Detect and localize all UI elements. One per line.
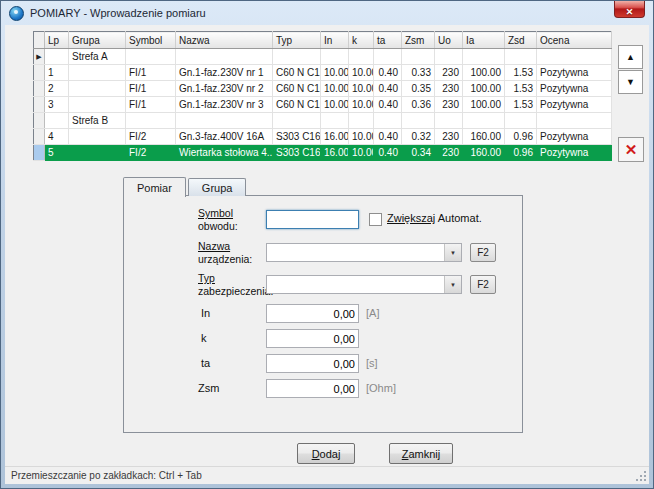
k-input[interactable]	[266, 329, 359, 348]
zwiekszaj-automat-checkbox[interactable]	[369, 213, 382, 226]
tab-pomiar[interactable]: Pomiar	[123, 177, 186, 197]
grid-cell[interactable]: 4	[45, 129, 69, 145]
grid-cell[interactable]: FI/2	[126, 129, 176, 145]
resize-grip[interactable]	[634, 469, 646, 481]
grid-cell[interactable]: 3	[45, 97, 69, 113]
grid-cell[interactable]: 16.00	[321, 129, 349, 145]
grid-cell[interactable]: Gn.1-faz.230V nr 1	[176, 65, 273, 81]
grid-cell[interactable]: 0.40	[374, 145, 402, 161]
grid-row[interactable]: Strefa B	[34, 113, 612, 129]
grid-column-ocena[interactable]: Ocena	[537, 32, 612, 49]
grid-cell[interactable]	[69, 65, 126, 81]
grid-cell[interactable]: S303 C16	[273, 129, 321, 145]
grid-cell[interactable]	[349, 113, 374, 129]
grid-cell[interactable]: Wiertarka stołowa 4...	[176, 145, 273, 161]
grid-row[interactable]: 4FI/2Gn.3-faz.400V 16AS303 C1616.0010.00…	[34, 129, 612, 145]
zsm-input[interactable]	[266, 379, 359, 398]
grid-cell[interactable]	[69, 145, 126, 161]
grid-cell[interactable]: 1.53	[505, 65, 537, 81]
grid-column-grupa[interactable]: Grupa	[69, 32, 126, 49]
grid-cell[interactable]: 10.00	[349, 129, 374, 145]
nazwa-f2-button[interactable]: F2	[470, 243, 496, 262]
nazwa-urzadzenia-combobox[interactable]: ▼	[266, 243, 462, 262]
grid-cell[interactable]: 0.34	[402, 145, 435, 161]
nazwa-dropdown-button[interactable]: ▼	[444, 244, 461, 261]
grid-cell[interactable]: 2	[45, 81, 69, 97]
grid-cell[interactable]: 0.40	[374, 129, 402, 145]
grid-cell[interactable]	[273, 113, 321, 129]
grid-cell[interactable]	[45, 49, 69, 65]
grid-cell[interactable]	[435, 49, 463, 65]
grid-cell[interactable]	[402, 49, 435, 65]
grid-row[interactable]: 3FI/1Gn.1-faz.230V nr 3C60 N C1010.0010.…	[34, 97, 612, 113]
grid-cell[interactable]	[435, 113, 463, 129]
ta-input[interactable]	[266, 354, 359, 373]
close-button[interactable]: ✕	[614, 1, 645, 18]
grid-column-symbol[interactable]: Symbol	[126, 32, 176, 49]
grid-cell[interactable]	[505, 49, 537, 65]
grid-cell[interactable]: FI/1	[126, 65, 176, 81]
grid-cell[interactable]: 5	[45, 145, 69, 161]
tab-grupa[interactable]: Grupa	[188, 178, 247, 196]
typ-dropdown-button[interactable]: ▼	[444, 276, 461, 293]
grid-row[interactable]: 1FI/1Gn.1-faz.230V nr 1C60 N C1010.0010.…	[34, 65, 612, 81]
grid-column-nazwa[interactable]: Nazwa	[176, 32, 273, 49]
grid-column-ia[interactable]: Ia	[463, 32, 505, 49]
grid-cell[interactable]: 10.00	[349, 65, 374, 81]
grid-cell[interactable]	[402, 113, 435, 129]
typ-zabezpieczenia-combobox[interactable]: ▼	[266, 275, 462, 294]
grid-cell[interactable]: 230	[435, 129, 463, 145]
grid-cell[interactable]	[463, 113, 505, 129]
grid-cell[interactable]: Pozytywna	[537, 81, 612, 97]
grid-cell[interactable]: 230	[435, 145, 463, 161]
grid-row[interactable]: ▶Strefa A	[34, 49, 612, 65]
delete-row-button[interactable]: ✕	[618, 137, 644, 162]
grid-column-ta[interactable]: ta	[374, 32, 402, 49]
grid-cell[interactable]	[321, 113, 349, 129]
grid-cell[interactable]: 0.40	[374, 97, 402, 113]
grid-cell[interactable]: 0.32	[402, 129, 435, 145]
grid-cell[interactable]: 0.96	[505, 129, 537, 145]
grid-cell[interactable]: 10.00	[321, 65, 349, 81]
grid-cell[interactable]: 230	[435, 65, 463, 81]
grid-cell[interactable]: 0.40	[374, 81, 402, 97]
grid-row[interactable]: 5FI/2Wiertarka stołowa 4...S303 C1616.00…	[34, 145, 612, 161]
grid-cell[interactable]: 230	[435, 81, 463, 97]
grid-cell[interactable]	[321, 49, 349, 65]
grid-cell[interactable]	[463, 49, 505, 65]
grid-cell[interactable]	[374, 49, 402, 65]
typ-f2-button[interactable]: F2	[470, 275, 496, 294]
grid-row[interactable]: 2FI/1Gn.1-faz.230V nr 2C60 N C1010.0010.…	[34, 81, 612, 97]
grid-cell[interactable]: 100.00	[463, 65, 505, 81]
grid-cell[interactable]: 1	[45, 65, 69, 81]
grid-column-zsm[interactable]: Zsm	[402, 32, 435, 49]
move-down-button[interactable]: ▼	[618, 70, 643, 94]
grid-cell[interactable]: Pozytywna	[537, 129, 612, 145]
grid-cell[interactable]: S303 C16	[273, 145, 321, 161]
in-input[interactable]	[266, 304, 359, 323]
grid-column-k[interactable]: k	[349, 32, 374, 49]
grid-cell[interactable]: 10.00	[349, 97, 374, 113]
grid-cell[interactable]: Strefa A	[69, 49, 126, 65]
grid-cell[interactable]: Strefa B	[69, 113, 126, 129]
grid-cell[interactable]: C60 N C10	[273, 81, 321, 97]
grid-cell[interactable]	[69, 81, 126, 97]
grid-cell[interactable]	[176, 113, 273, 129]
grid-cell[interactable]	[176, 49, 273, 65]
grid-cell[interactable]: Gn.1-faz.230V nr 3	[176, 97, 273, 113]
grid-cell[interactable]: Pozytywna	[537, 97, 612, 113]
grid-cell[interactable]	[537, 113, 612, 129]
grid-cell[interactable]	[69, 97, 126, 113]
grid-cell[interactable]: 10.00	[321, 81, 349, 97]
grid-cell[interactable]: 1.53	[505, 97, 537, 113]
grid-column-zsd[interactable]: Zsd	[505, 32, 537, 49]
grid-cell[interactable]: 0.33	[402, 65, 435, 81]
grid-cell[interactable]: 100.00	[463, 81, 505, 97]
grid-cell[interactable]: 10.00	[349, 81, 374, 97]
move-up-button[interactable]: ▲	[618, 45, 643, 69]
grid-cell[interactable]	[505, 113, 537, 129]
grid-cell[interactable]: 0.96	[505, 145, 537, 161]
grid-cell[interactable]: 16.00	[321, 145, 349, 161]
grid-cell[interactable]: 100.00	[463, 97, 505, 113]
grid-cell[interactable]: 1.53	[505, 81, 537, 97]
